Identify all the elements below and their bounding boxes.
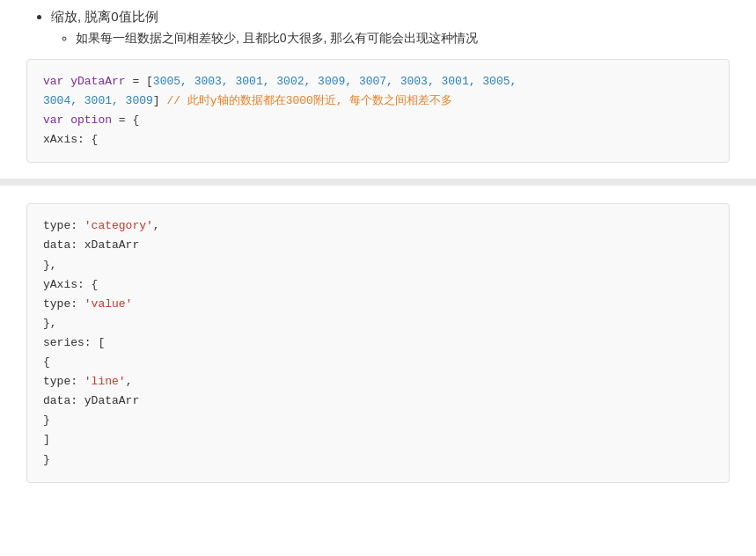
code-line-type-value: type: 'value': [43, 295, 713, 314]
comma-2: ,: [126, 375, 133, 388]
code-line-type-category: type: 'category',: [43, 216, 713, 236]
series-close: ]: [43, 433, 50, 446]
data-yarr: data: yDataArr: [43, 394, 139, 407]
code-line-data-y: data: yDataArr: [43, 391, 713, 411]
section-divider: [0, 179, 756, 186]
close-xaxis: },: [43, 259, 57, 272]
str-category: 'category': [84, 219, 153, 232]
code-block-top: var yDataArr = [3005, 3003, 3001, 3002, …: [26, 59, 730, 163]
bullet-text-1: 缩放, 脱离0值比例: [51, 9, 158, 24]
comment-line2: // 此时y轴的数据都在3000附近, 每个数之间相差不多: [160, 94, 453, 107]
nums-line2: 3004, 3001, 3009: [43, 94, 153, 107]
sub-bullet-text-1: 如果每一组数据之间相差较少, 且都比0大很多, 那么有可能会出现这种情况: [76, 31, 478, 45]
code-line-obj-open: {: [43, 353, 713, 372]
close-bracket: ]: [153, 94, 160, 107]
str-line: 'line': [84, 375, 126, 388]
yaxis-open: yAxis: {: [43, 278, 98, 291]
code-block-bottom: type: 'category', data: xDataArr }, yAxi…: [26, 203, 730, 482]
close-yaxis: },: [43, 317, 57, 330]
xaxis-open: xAxis: {: [43, 133, 98, 146]
indent-type: type:: [43, 219, 84, 232]
code-line-close-xaxis: },: [43, 256, 713, 275]
top-section: 缩放, 脱离0值比例 如果每一组数据之间相差较少, 且都比0大很多, 那么有可能…: [0, 0, 756, 179]
code-line-2: 3004, 3001, 3009] // 此时y轴的数据都在3000附近, 每个…: [43, 91, 713, 111]
var-name-ydata: yDataArr = [: [70, 75, 153, 88]
str-value: 'value': [84, 297, 133, 311]
nums-line1: 3005, 3003, 3001, 3002, 3009, 3007, 3003…: [153, 75, 517, 88]
code-line-3: var option = {: [43, 111, 713, 130]
indent-type-line: type:: [43, 375, 84, 388]
bullet-item-1: 缩放, 脱离0值比例 如果每一组数据之间相差较少, 且都比0大很多, 那么有可能…: [51, 9, 730, 47]
page-wrapper: 缩放, 脱离0值比例 如果每一组数据之间相差较少, 且都比0大很多, 那么有可能…: [0, 0, 756, 556]
code-line-1: var yDataArr = [3005, 3003, 3001, 3002, …: [43, 72, 713, 91]
data-xarr: data: xDataArr: [43, 238, 139, 252]
keyword-var-1: var: [43, 75, 63, 88]
code-line-series-open: series: [: [43, 333, 713, 353]
option-close: }: [43, 453, 50, 466]
obj-close: }: [43, 413, 50, 427]
obj-open: {: [43, 355, 50, 369]
code-line-close-yaxis: },: [43, 314, 713, 333]
series-open: series: [: [43, 336, 105, 349]
code-line-obj-close: }: [43, 411, 713, 430]
code-line-data-x: data: xDataArr: [43, 236, 713, 255]
keyword-var-2: var: [43, 113, 63, 127]
code-line-type-line: type: 'line',: [43, 372, 713, 391]
bottom-section: type: 'category', data: xDataArr }, yAxi…: [0, 186, 756, 500]
var-option: option = {: [70, 113, 139, 127]
sub-bullet-item-1: 如果每一组数据之间相差较少, 且都比0大很多, 那么有可能会出现这种情况: [76, 31, 730, 47]
code-line-option-close: }: [43, 450, 713, 470]
code-line-yaxis-open: yAxis: {: [43, 275, 713, 295]
code-line-series-close: ]: [43, 430, 713, 450]
main-bullet-list: 缩放, 脱离0值比例 如果每一组数据之间相差较少, 且都比0大很多, 那么有可能…: [26, 9, 730, 47]
code-line-4: xAxis: {: [43, 130, 713, 150]
indent-type-y: type:: [43, 297, 84, 311]
comma-1: ,: [153, 219, 160, 232]
sub-bullet-list: 如果每一组数据之间相差较少, 且都比0大很多, 那么有可能会出现这种情况: [51, 31, 730, 47]
